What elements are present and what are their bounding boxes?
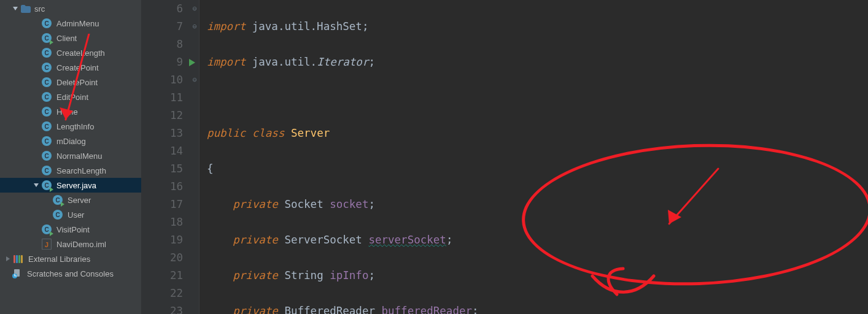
tree-class-item[interactable]: CVisitPoint	[0, 222, 141, 237]
line-number[interactable]: 19	[141, 231, 183, 249]
line-number[interactable]: 6	[141, 0, 183, 18]
line-number[interactable]: 20	[141, 249, 183, 267]
chevron-right-icon	[4, 256, 12, 261]
tree-class-item[interactable]: CUser	[0, 207, 141, 222]
tree-label: src	[34, 4, 45, 13]
line-number[interactable]: 7	[141, 18, 183, 36]
line-number[interactable]: 16	[141, 178, 183, 196]
tree-class-item[interactable]: CAdminMenu	[0, 16, 141, 31]
tree-class-item[interactable]: CServer	[0, 193, 141, 207]
tree-external-libraries[interactable]: External Libraries	[0, 251, 141, 266]
fold-icon[interactable]: ⊖	[192, 0, 198, 18]
tree-folder-src[interactable]: src	[0, 1, 141, 16]
tree-label: SearchLength	[56, 166, 106, 175]
tree-label: Home	[56, 107, 78, 117]
code-line: private Socket socket;	[207, 196, 699, 213]
tree-file-server[interactable]: C Server.java	[0, 178, 141, 193]
fold-icon[interactable]: ⊖	[192, 18, 198, 36]
tree-label: User	[68, 210, 84, 220]
tree-label: NormalMenu	[56, 151, 102, 161]
svg-text:J: J	[45, 241, 48, 248]
tree-label: CreatePoint	[56, 63, 99, 72]
scratches-icon	[12, 269, 22, 278]
code-area[interactable]: import java.util.HashSet; import java.ut…	[200, 0, 699, 314]
line-number[interactable]: 21	[141, 267, 183, 285]
class-icon: C	[42, 121, 52, 131]
folder-icon	[21, 4, 31, 13]
class-icon: C	[42, 18, 52, 28]
code-line: public class Server	[207, 124, 699, 142]
class-icon: C	[42, 180, 52, 190]
class-icon: C	[42, 136, 52, 146]
class-icon: C	[42, 33, 52, 43]
class-icon: C	[42, 92, 52, 102]
line-number[interactable]: 23	[141, 302, 183, 314]
code-line	[207, 89, 699, 107]
tree-label: Client	[56, 34, 77, 43]
class-icon: C	[42, 63, 52, 72]
project-tree[interactable]: src CAdminMenu CClient CCreateLength CCr…	[0, 0, 141, 314]
code-line: private String ipInfo;	[207, 267, 699, 285]
tree-label: Server	[68, 196, 91, 205]
line-number[interactable]: 11	[141, 89, 183, 107]
tree-scratches[interactable]: Scratches and Consoles	[0, 266, 141, 281]
tree-label: Server.java	[56, 181, 96, 190]
line-number[interactable]: 18	[141, 213, 183, 231]
tree-label: LengthInfo	[56, 122, 94, 131]
tree-class-item[interactable]: CHome	[0, 104, 141, 119]
tree-class-item[interactable]: CNormalMenu	[0, 148, 141, 163]
tree-label: mDialog	[56, 137, 86, 146]
class-icon: C	[42, 107, 52, 117]
tree-class-item[interactable]: CEditPoint	[0, 90, 141, 104]
class-icon: C	[42, 166, 52, 175]
line-number[interactable]: 22	[141, 285, 183, 302]
tree-label: External Libraries	[28, 255, 90, 264]
tree-class-item[interactable]: CCreateLength	[0, 45, 141, 60]
tree-file-iml[interactable]: J NaviDemo.iml	[0, 237, 141, 251]
iml-file-icon: J	[42, 239, 52, 249]
code-line: private BufferedReader bufferedReader;	[207, 302, 699, 314]
tree-label: DeletePoint	[56, 78, 98, 87]
fold-icon[interactable]: ⊖	[192, 71, 198, 89]
line-number[interactable]: 14	[141, 142, 183, 160]
code-line: import java.util.Iterator;	[207, 53, 699, 71]
library-icon	[14, 255, 23, 263]
tree-label: VisitPoint	[56, 225, 90, 234]
tree-class-item[interactable]: CmDialog	[0, 134, 141, 148]
tree-label: AdminMenu	[56, 19, 99, 28]
code-editor[interactable]: 67891011121314151617181920212223⊖⊖⊖ impo…	[141, 0, 868, 314]
tree-class-item[interactable]: CClient	[0, 31, 141, 45]
line-number[interactable]: 15	[141, 160, 183, 178]
tree-label: EditPoint	[56, 93, 88, 102]
line-number[interactable]: 9	[141, 53, 183, 71]
line-number[interactable]: 13	[141, 124, 183, 142]
class-icon: C	[42, 48, 52, 58]
class-icon: C	[42, 151, 52, 161]
code-line: import java.util.HashSet;	[207, 18, 699, 36]
tree-class-item[interactable]: CSearchLength	[0, 163, 141, 178]
class-icon: C	[53, 210, 63, 220]
tree-class-item[interactable]: CDeletePoint	[0, 75, 141, 90]
line-number[interactable]: 8	[141, 36, 183, 53]
gutter[interactable]: 67891011121314151617181920212223⊖⊖⊖	[141, 0, 200, 314]
class-icon: C	[42, 77, 52, 87]
class-icon: C	[42, 224, 52, 234]
line-number[interactable]: 12	[141, 107, 183, 124]
tree-label: NaviDemo.iml	[56, 240, 106, 249]
class-icon: C	[53, 195, 63, 205]
tree-class-item[interactable]: CCreatePoint	[0, 60, 141, 75]
line-number[interactable]: 10	[141, 71, 183, 89]
code-line: private ServerSocket serverSocket;	[207, 231, 699, 249]
tree-label: CreateLength	[56, 48, 105, 58]
run-gutter-icon[interactable]	[189, 59, 195, 66]
chevron-down-icon	[32, 183, 41, 188]
line-number[interactable]: 17	[141, 196, 183, 213]
code-line: {	[207, 160, 699, 178]
chevron-down-icon	[11, 6, 20, 11]
tree-class-item[interactable]: CLengthInfo	[0, 119, 141, 134]
tree-label: Scratches and Consoles	[27, 269, 114, 278]
